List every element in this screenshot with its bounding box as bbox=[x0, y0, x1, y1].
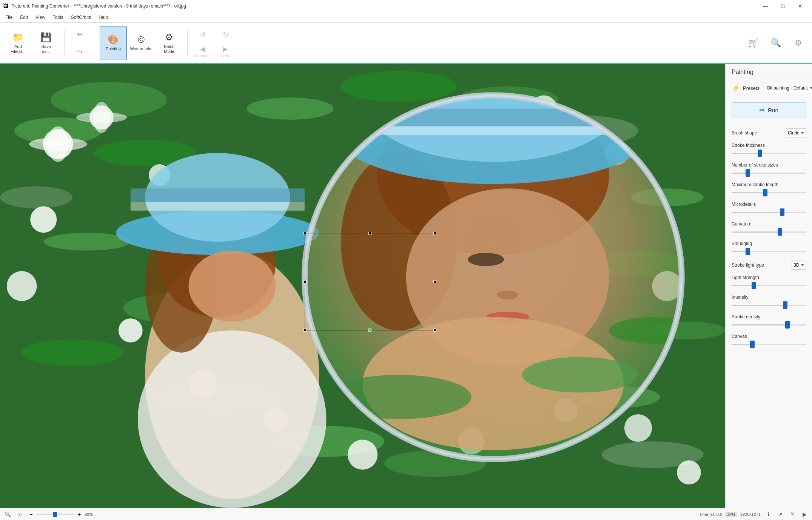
curvature-setting: Curvature bbox=[732, 221, 806, 236]
microdetails-thumb[interactable] bbox=[780, 208, 784, 216]
stroke-sizes-label: Number of stroke sizes bbox=[732, 162, 778, 168]
painting-icon: 🎨 bbox=[108, 34, 119, 45]
painting-label: Painting bbox=[106, 46, 121, 51]
menu-tools[interactable]: Tools bbox=[49, 13, 67, 22]
microdetails-fill bbox=[732, 212, 782, 213]
stroke-thickness-slider-container bbox=[732, 150, 806, 157]
watermarks-label: Watermarks bbox=[130, 46, 153, 51]
canvas-slider-container bbox=[732, 341, 806, 348]
brush-shape-label: Brush shape bbox=[732, 130, 757, 136]
menu-help[interactable]: Help bbox=[95, 13, 112, 22]
curvature-fill bbox=[732, 231, 780, 233]
youtube-button[interactable]: ▶ bbox=[800, 510, 809, 519]
microdetails-track bbox=[732, 212, 806, 213]
title-bar: 🖼 Picture to Painting Converter - ****Un… bbox=[0, 0, 812, 12]
light-strength-track bbox=[732, 285, 806, 286]
search-button[interactable]: 🔍 bbox=[765, 35, 786, 51]
max-stroke-length-slider-container bbox=[732, 189, 806, 196]
right-panel: Painting ⚡ Presets Oil painting - Defaul… bbox=[725, 64, 812, 508]
settings-section: Brush shape Circle Stroke thickness bbox=[726, 125, 812, 357]
time-display: Time (s): 0.0 bbox=[699, 512, 722, 517]
zoom-value: 90% bbox=[85, 512, 93, 517]
light-strength-setting: Light strength bbox=[732, 275, 806, 289]
menu-softorbits[interactable]: SoftOrbits bbox=[67, 13, 95, 22]
microdetails-label: Microdetails bbox=[732, 202, 756, 207]
redo-button[interactable]: ↪ bbox=[69, 43, 90, 60]
title-bar-left: 🖼 Picture to Painting Converter - ****Un… bbox=[3, 3, 186, 9]
zoom-out-button[interactable]: − bbox=[27, 511, 35, 518]
stroke-sizes-thumb[interactable] bbox=[746, 169, 750, 177]
curvature-thumb[interactable] bbox=[778, 228, 782, 236]
zoom-thumb[interactable] bbox=[53, 512, 57, 517]
save-as-button[interactable]: 💾 Save as... bbox=[32, 26, 60, 60]
batch-mode-button[interactable]: ⚙ Batch Mode bbox=[156, 26, 183, 60]
cart-button[interactable]: 🛒 bbox=[743, 35, 764, 51]
stroke-density-fill bbox=[732, 324, 787, 326]
max-stroke-length-thumb[interactable] bbox=[763, 189, 767, 196]
painting-button[interactable]: 🎨 Painting bbox=[100, 26, 127, 60]
add-files-icon: 📁 bbox=[12, 32, 24, 43]
light-strength-fill bbox=[732, 285, 754, 286]
stroke-thickness-setting: Stroke thickness bbox=[732, 143, 806, 157]
undo-icon: ↩ bbox=[77, 30, 83, 39]
brush-shape-setting: Brush shape Circle bbox=[732, 128, 806, 137]
rotate-right-button[interactable]: ↻ bbox=[215, 26, 236, 43]
presets-select[interactable]: Oil painting - Default bbox=[765, 83, 812, 93]
menu-file[interactable]: File bbox=[2, 13, 16, 22]
stroke-light-type-setting: Stroke light type 3D bbox=[732, 261, 806, 270]
dimensions-display: 1920x1271 bbox=[740, 512, 761, 517]
status-zoom-fit-btn[interactable]: ⊡ bbox=[15, 510, 24, 519]
status-search-btn[interactable]: 🔍 bbox=[3, 510, 12, 519]
stroke-density-label: Stroke density bbox=[732, 314, 760, 319]
microdetails-slider-container bbox=[732, 208, 806, 216]
watermarks-button[interactable]: © Watermarks bbox=[128, 26, 155, 60]
zoom-in-button[interactable]: + bbox=[75, 511, 83, 518]
nav-group: ↺ ↻ ◀ Previous ▶ Next bbox=[191, 26, 237, 60]
menu-view[interactable]: View bbox=[32, 13, 49, 22]
cart-icon: 🛒 bbox=[748, 38, 758, 48]
stroke-density-track bbox=[732, 324, 806, 326]
intensity-thumb[interactable] bbox=[783, 301, 787, 309]
presets-section: ⚡ Presets Oil painting - Default bbox=[726, 79, 812, 101]
rotate-left-button[interactable]: ↺ bbox=[192, 26, 213, 43]
intensity-setting: Intensity bbox=[732, 295, 806, 309]
stroke-density-thumb[interactable] bbox=[785, 321, 790, 329]
share-button[interactable]: ↗ bbox=[776, 510, 785, 519]
intensity-track bbox=[732, 305, 806, 306]
status-bar: 🔍 ⊡ − + 90% Time (s): 0.0 JPG 1920x1271 … bbox=[0, 508, 812, 520]
smudging-thumb[interactable] bbox=[746, 248, 750, 255]
maximize-button[interactable]: □ bbox=[774, 0, 792, 12]
status-left: 🔍 ⊡ − + 90% bbox=[3, 510, 93, 519]
smudging-slider-container bbox=[732, 248, 806, 255]
painting-background bbox=[0, 64, 725, 508]
light-strength-label: Light strength bbox=[732, 275, 759, 280]
add-files-button[interactable]: 📁 Add File(s)... bbox=[5, 26, 32, 60]
previous-button[interactable]: ◀ Previous bbox=[192, 43, 213, 60]
canvas-label: Canvas bbox=[732, 334, 747, 339]
smudging-track bbox=[732, 251, 806, 252]
minimize-button[interactable]: — bbox=[757, 0, 774, 12]
status-right: Time (s): 0.0 JPG 1920x1271 ℹ ↗ 𝕏 ▶ bbox=[699, 510, 809, 519]
max-stroke-length-track bbox=[732, 192, 806, 193]
menu-bar: File Edit View Tools SoftOrbits Help bbox=[0, 12, 812, 23]
zoom-control: − + 90% bbox=[27, 511, 93, 518]
canvas-area[interactable] bbox=[0, 64, 725, 508]
undo-button[interactable]: ↩ bbox=[69, 26, 90, 43]
run-button[interactable]: ⇒ Run bbox=[732, 102, 806, 117]
mode-group: 🎨 Painting © Watermarks ⚙ Batch Mode bbox=[98, 26, 184, 60]
twitter-button[interactable]: 𝕏 bbox=[788, 510, 797, 519]
stroke-thickness-thumb[interactable] bbox=[758, 150, 762, 157]
zoom-slider[interactable] bbox=[36, 514, 74, 515]
info-button[interactable]: ℹ bbox=[764, 510, 773, 519]
redo-icon: ↪ bbox=[77, 48, 83, 56]
stroke-light-type-select[interactable]: 3D bbox=[792, 261, 806, 270]
light-strength-thumb[interactable] bbox=[752, 282, 756, 289]
menu-edit[interactable]: Edit bbox=[16, 13, 32, 22]
close-button[interactable]: ✕ bbox=[792, 0, 809, 12]
canvas-thumb[interactable] bbox=[750, 341, 755, 348]
watermarks-icon: © bbox=[138, 34, 145, 45]
next-button[interactable]: ▶ Next bbox=[215, 43, 236, 60]
brush-shape-select[interactable]: Circle bbox=[786, 128, 806, 137]
intensity-slider-container bbox=[732, 301, 806, 309]
settings-button[interactable]: ⚙ bbox=[788, 35, 809, 51]
